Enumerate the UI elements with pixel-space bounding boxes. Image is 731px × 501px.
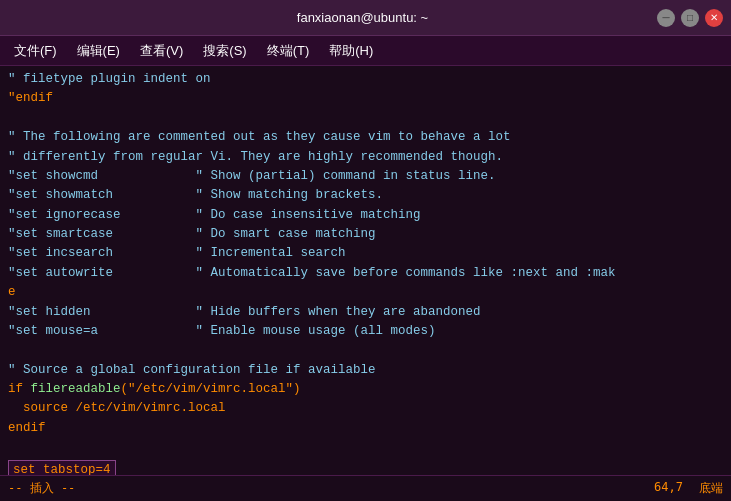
menu-edit[interactable]: 编辑(E) <box>67 38 130 64</box>
menu-search[interactable]: 搜索(S) <box>193 38 256 64</box>
terminal-line: "set mouse=a " Enable mouse usage (all m… <box>8 322 723 341</box>
terminal-line: if filereadable("/etc/vim/vimrc.local") <box>8 380 723 399</box>
menu-file[interactable]: 文件(F) <box>4 38 67 64</box>
terminal-line: "set incsearch " Incremental search <box>8 244 723 263</box>
terminal-line: set tabstop=4 <box>13 461 111 476</box>
terminal-line <box>8 438 723 457</box>
titlebar-controls: ─ □ ✕ <box>657 9 723 27</box>
minimize-button[interactable]: ─ <box>657 9 675 27</box>
terminal-line: source /etc/vim/vimrc.local <box>8 399 723 418</box>
terminal-line: "set showcmd " Show (partial) command in… <box>8 167 723 186</box>
menu-view[interactable]: 查看(V) <box>130 38 193 64</box>
statusbar: -- 插入 -- 64,7 底端 <box>0 475 731 501</box>
terminal-line: " Source a global configuration file if … <box>8 361 723 380</box>
terminal-line: " The following are commented out as the… <box>8 128 723 147</box>
menu-help[interactable]: 帮助(H) <box>319 38 383 64</box>
terminal-line: " filetype plugin indent on <box>8 70 723 89</box>
terminal-line: endif <box>8 419 723 438</box>
maximize-button[interactable]: □ <box>681 9 699 27</box>
terminal-line <box>8 109 723 128</box>
scroll-position: 底端 <box>699 480 723 497</box>
terminal-line: "set smartcase " Do smart case matching <box>8 225 723 244</box>
titlebar-title: fanxiaonan@ubuntu: ~ <box>68 10 657 25</box>
terminal-line: "set autowrite " Automatically save befo… <box>8 264 723 283</box>
status-mode: -- 插入 -- <box>8 480 75 497</box>
cursor-position: 64,7 <box>654 480 683 497</box>
terminal-content: " filetype plugin indent on "endif " The… <box>0 66 731 475</box>
terminal-line: "set ignorecase " Do case insensitive ma… <box>8 206 723 225</box>
terminal-line: " differently from regular Vi. They are … <box>8 148 723 167</box>
terminal-line <box>8 341 723 360</box>
terminal-line: "set hidden " Hide buffers when they are… <box>8 303 723 322</box>
titlebar: fanxiaonan@ubuntu: ~ ─ □ ✕ <box>0 0 731 36</box>
menu-terminal[interactable]: 终端(T) <box>257 38 320 64</box>
status-right: 64,7 底端 <box>654 480 723 497</box>
boxed-commands: set tabstop=4 set nu set ai <box>8 460 116 476</box>
menubar: 文件(F) 编辑(E) 查看(V) 搜索(S) 终端(T) 帮助(H) <box>0 36 731 66</box>
terminal-line: "endif <box>8 89 723 108</box>
close-button[interactable]: ✕ <box>705 9 723 27</box>
terminal-line: "set showmatch " Show matching brackets. <box>8 186 723 205</box>
terminal-line: e <box>8 283 723 302</box>
